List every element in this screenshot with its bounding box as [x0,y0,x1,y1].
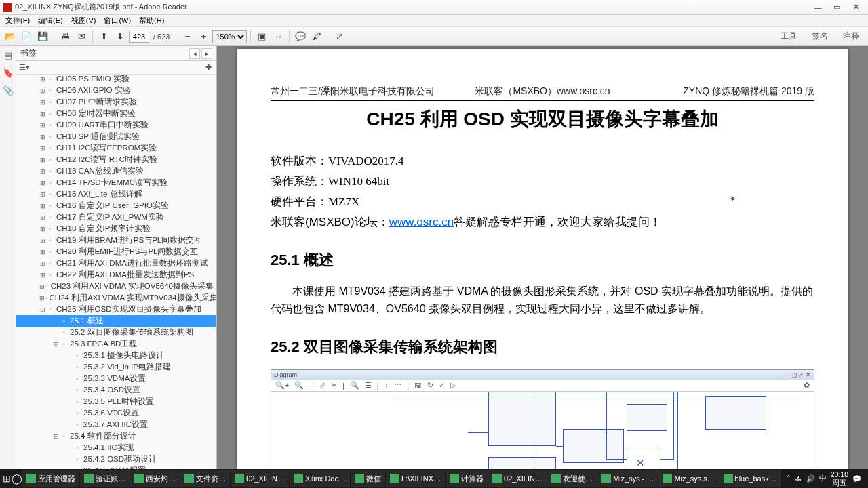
bookmark-item[interactable]: ⊞▫CH16 自定义IP User_GPIO实验 [16,200,216,211]
taskbar-item[interactable]: 微信 [351,470,385,487]
bookmark-item[interactable]: ⊞▫CH08 定时器中断实验 [16,108,216,119]
page-input[interactable] [129,30,149,43]
bookmark-item[interactable]: ▫25.2 双目图像采集传输系统架构图 [16,327,216,338]
bookmark-item[interactable]: ⊞▫CH15 AXI_Lite 总线详解 [16,188,216,200]
diag-select-icon[interactable]: ✂ [331,381,337,390]
taskbar-item[interactable]: 02_XILIN… [231,470,289,487]
taskbar-item[interactable]: 欢迎使… [547,470,597,487]
diag-add-icon[interactable]: + [384,382,389,390]
page-up-icon[interactable]: ⬆ [96,29,111,44]
taskbar-item[interactable]: 文件资… [180,470,230,487]
tray-network-icon[interactable]: 🖧 [795,474,802,483]
zoom-out-icon[interactable]: − [180,29,195,44]
cortana-icon[interactable]: ◯ [12,470,22,487]
bookmark-item[interactable]: ▫25.4.3 VDMA配置 [16,465,216,469]
minimize-button[interactable]: — [808,1,827,14]
menu-file[interactable]: 文件(F) [1,16,34,26]
thumbnails-icon[interactable]: ▤ [2,49,14,61]
bookmark-item[interactable]: ⊞▫CH06 AXI GPIO 实验 [16,85,216,96]
bookmark-item[interactable]: ⊞▫CH23 利用AXI VDMA 实现OV5640摄像头采集 [16,281,216,292]
taskbar-item[interactable]: Miz_sys.s… [658,470,718,487]
bookmark-options-icon[interactable]: ☰▾ [19,62,30,73]
save-icon[interactable]: 💾 [35,29,50,44]
menu-help[interactable]: 帮助(H) [135,16,168,26]
bookmark-item[interactable]: ⊞▫CH09 UART串口中断实验 [16,119,216,131]
fit-width-icon[interactable]: ↔ [271,29,285,44]
bookmark-item[interactable]: ⊞▫CH14 TF/SD卡/EMMC读写实验 [16,177,216,188]
diag-fit-icon[interactable]: ⤢ [319,381,326,390]
forum-link[interactable]: www.osrc.cn [389,216,454,228]
diag-zoom-out-icon[interactable]: 🔍- [294,381,307,390]
taskbar[interactable]: ⊞ ◯ 应用管理器验证账…西安灼…文件资…02_XILIN…Xilinx Doc… [0,469,868,488]
diag-zoom-in-icon[interactable]: 🔍+ [275,381,289,390]
bookmark-item[interactable]: ⊟▫CH25 利用OSD实现双目摄像头字幕叠加 [16,304,216,315]
menu-window[interactable]: 窗口(W) [100,16,135,26]
diag-list-icon[interactable]: ☰ [365,381,372,390]
fit-page-icon[interactable]: ▣ [254,29,269,44]
bookmark-item[interactable]: ▫25.3.1 摄像头电路设计 [16,350,216,361]
maximize-button[interactable]: ▭ [827,1,846,14]
diag-more-icon[interactable]: ⋯ [394,381,401,390]
tray-up-icon[interactable]: ˄ [787,474,791,483]
taskbar-item[interactable]: 西安灼… [130,470,180,487]
close-button[interactable]: ✕ [846,1,865,14]
bookmark-item[interactable]: ▫25.3.4 OSD设置 [16,384,216,396]
diag-search-icon[interactable]: 🔍 [350,381,359,390]
tray-ime-icon[interactable]: 中 [819,474,827,483]
attachments-icon[interactable]: 📎 [2,84,14,96]
bookmarks-tree[interactable]: ⊞▫CH05 PS EMIO 实验⊞▫CH06 AXI GPIO 实验⊞▫CH0… [16,75,216,469]
system-tray[interactable]: ˄ 🖧 🔊 中 20:10周五 💬 [781,470,867,487]
email-icon[interactable]: ✉ [74,29,89,44]
bookmark-item[interactable]: ⊞▫CH21 利用AXI DMA进行批量数据环路测试 [16,258,216,269]
print-icon[interactable]: 🖶 [58,29,73,44]
bookmark-item[interactable]: ⊞▫CH10 SPI通信测试实验 [16,131,216,142]
taskbar-item[interactable]: 验证账… [80,470,130,487]
taskbar-clock[interactable]: 20:10周五 [831,470,848,487]
bookmark-item[interactable]: ▫25.3.6 VTC设置 [16,407,216,419]
bookmark-item[interactable]: ⊟▫25.3 FPGA BD工程 [16,338,216,350]
bookmark-item[interactable]: ▫25.3.5 PLL时钟设置 [16,396,216,407]
taskbar-item[interactable]: L:\XILINX… [386,470,445,487]
taskbar-item[interactable]: 应用管理器 [22,470,79,487]
diag-save-icon[interactable]: 🖫 [414,382,422,390]
zoom-select[interactable]: 150% [212,30,247,43]
bookmark-item[interactable]: ⊞▫CH19 利用BRAM进行PS与PL间数据交互 [16,235,216,246]
diag-run-icon[interactable]: ▷ [450,381,456,390]
bookmark-item[interactable]: ⊞▫CH07 PL中断请求实验 [16,96,216,108]
diag-settings-icon[interactable]: ✿ [804,381,810,390]
bookmark-item[interactable]: ▫25.3.2 Vid_in IP电路搭建 [16,361,216,373]
taskbar-item[interactable]: Miz_sys - … [597,470,658,487]
bookmark-item[interactable]: ⊞▫CH11 I2C读写EEPROM实验 [16,142,216,154]
highlight-icon[interactable]: 🖍 [309,29,324,44]
read-mode-icon[interactable]: ⤢ [332,29,347,44]
panel-prev-icon[interactable]: ◂ [189,48,200,59]
document-area[interactable]: 常州一二三/溧阳米联电子科技有限公司 米联客（MSXBO）www.osrc.cn… [217,46,868,469]
bookmark-item[interactable]: ⊞▫CH13 CAN总线通信实验 [16,165,216,177]
taskbar-item[interactable]: 02_XILIN… [488,470,547,487]
taskbar-item[interactable]: blue_bask… [719,470,781,487]
diag-refresh-icon[interactable]: ↻ [427,381,433,390]
bookmark-item[interactable]: ⊞▫CH18 自定义IP频率计实验 [16,223,216,235]
bookmark-item[interactable]: ⊞▫CH22 利用AXI DMA批量发送数据到PS [16,269,216,281]
diagram-window-controls[interactable]: — ◻ ⤢ ✕ [784,371,811,378]
annotate-button[interactable]: 注释 [837,28,865,44]
page-down-icon[interactable]: ⬇ [113,29,127,44]
open-icon[interactable]: 📂 [3,29,18,44]
bookmark-new-icon[interactable]: ✚ [203,62,214,73]
bookmark-item[interactable]: ▫25.3.3 VDMA设置 [16,373,216,384]
bookmarks-icon[interactable]: 🔖 [2,66,14,79]
taskbar-item[interactable]: Xilinx Doc… [290,470,350,487]
menu-view[interactable]: 视图(V) [67,16,100,26]
bookmark-item[interactable]: ⊞▫CH17 自定义IP AXI_PWM实验 [16,211,216,223]
sign-button[interactable]: 签名 [806,28,834,44]
comment-icon[interactable]: 💬 [293,29,308,44]
create-pdf-icon[interactable]: 📄 [19,29,34,44]
start-button[interactable]: ⊞ [1,470,12,487]
diag-validate-icon[interactable]: ✓ [439,381,445,390]
bookmark-item[interactable]: ▫25.1 概述 [16,315,216,327]
tools-button[interactable]: 工具 [774,28,803,44]
menu-edit[interactable]: 编辑(E) [34,16,67,26]
panel-next-icon[interactable]: ▸ [201,48,212,59]
zoom-in-icon[interactable]: + [196,29,211,44]
bookmark-item[interactable]: ▫25.4.2 OSD驱动设计 [16,453,216,465]
